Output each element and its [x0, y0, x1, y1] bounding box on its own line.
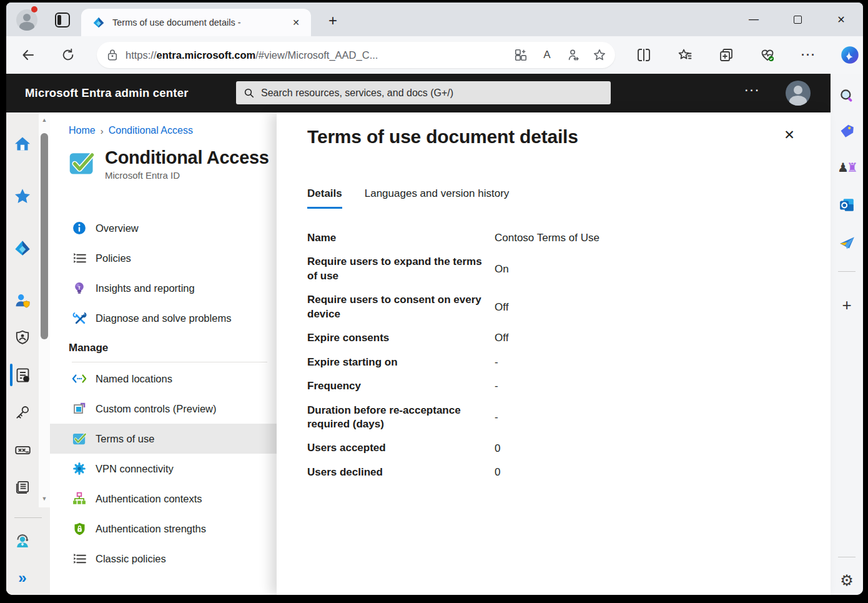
entra-id-icon[interactable]	[6, 236, 39, 261]
panel-tabs: Details Languages and version history	[307, 187, 799, 209]
field-value: -	[495, 356, 799, 369]
breadcrumb-current-link[interactable]: Conditional Access	[109, 125, 193, 136]
info-icon	[72, 221, 87, 236]
nav-item-overview[interactable]: Overview	[50, 213, 277, 243]
sidebar-settings-gear-icon[interactable]: ⚙	[831, 569, 863, 592]
search-placeholder: Search resources, services, and docs (G+…	[261, 87, 453, 99]
home-icon[interactable]	[6, 131, 39, 156]
tools-icon	[72, 311, 87, 326]
back-icon[interactable]	[17, 44, 39, 66]
url-path: /#view/Microsoft_AAD_C...	[255, 49, 378, 61]
sidebar-games-icon[interactable]: ♟♜	[831, 156, 863, 179]
sidebar-search-icon[interactable]	[831, 84, 863, 107]
new-tab-button[interactable]: +	[322, 11, 343, 30]
global-search-input[interactable]: Search resources, services, and docs (G+…	[236, 81, 611, 104]
toolbar-more-icon[interactable]: ···	[798, 44, 819, 66]
expand-rail-icon[interactable]: »	[6, 566, 39, 591]
nav-item-authentication-contexts[interactable]: Authentication contexts	[50, 484, 277, 514]
tab-layout-icon[interactable]	[55, 12, 70, 27]
entra-favicon-icon	[92, 16, 105, 29]
favorite-star-icon[interactable]	[589, 44, 610, 66]
sidebar-divider	[838, 271, 856, 272]
docs-icon[interactable]	[6, 475, 39, 500]
breadcrumb-separator-icon: ›	[101, 126, 104, 136]
panel-close-icon[interactable]: ✕	[781, 126, 798, 144]
field-row: Duration before re-acceptance required (…	[307, 404, 799, 432]
nav-item-custom-controls[interactable]: Custom controls (Preview)	[50, 394, 277, 424]
nav-item-insights[interactable]: Insights and reporting	[50, 273, 277, 303]
field-row: Require users to expand the terms of use…	[307, 255, 799, 283]
header-more-icon[interactable]: ···	[745, 85, 761, 96]
field-value: -	[495, 380, 799, 392]
support-icon[interactable]	[6, 529, 39, 554]
sidebar-shopping-icon[interactable]	[831, 119, 863, 142]
nav-item-label: Policies	[96, 252, 131, 264]
named-locations-icon	[72, 371, 87, 386]
field-row: Expire starting on -	[307, 356, 799, 369]
read-aloud-icon[interactable]: A	[536, 44, 558, 66]
tab-details[interactable]: Details	[307, 187, 342, 209]
field-value: 0	[495, 466, 799, 479]
split-screen-icon[interactable]	[633, 44, 654, 66]
conditional-access-nav: Home › Conditional Access Conditional Ac…	[50, 112, 277, 595]
nav-item-policies[interactable]: Policies	[50, 243, 277, 273]
nav-item-label: Authentication contexts	[96, 493, 202, 505]
browser-profile-avatar[interactable]	[16, 9, 37, 31]
field-row: Users accepted 0	[307, 441, 799, 455]
close-window-button[interactable]: ✕	[819, 2, 863, 36]
browser-essentials-icon[interactable]	[757, 44, 778, 66]
field-label: Duration before re-acceptance required (…	[307, 404, 485, 432]
sidebar-outlook-icon[interactable]	[831, 194, 863, 216]
panel-title: Terms of use document details	[307, 126, 799, 147]
sidebar-add-icon[interactable]: +	[831, 294, 863, 316]
favorites-hub-icon[interactable]	[674, 44, 696, 66]
refresh-icon[interactable]	[57, 44, 79, 66]
id-protection-icon[interactable]	[6, 325, 39, 350]
copilot-icon[interactable]	[839, 44, 861, 66]
browser-tab[interactable]: Terms of use document details - ✕	[81, 9, 311, 36]
tab-languages-version-history[interactable]: Languages and version history	[365, 187, 510, 209]
field-label: Users accepted	[307, 441, 485, 455]
address-bar[interactable]: https://entra.microsoft.com/#view/Micros…	[97, 42, 615, 68]
nav-item-vpn-connectivity[interactable]: VPN connectivity	[50, 454, 277, 484]
nav-item-authentication-strengths[interactable]: Authentication strengths	[50, 514, 277, 544]
nav-item-label: Named locations	[96, 373, 172, 385]
page-title: Conditional Access	[105, 147, 269, 168]
profile-switch-icon[interactable]	[563, 44, 584, 66]
lock-icon[interactable]	[107, 49, 118, 61]
scroll-up-icon[interactable]: ▲	[39, 116, 50, 124]
nav-item-label: Authentication strengths	[96, 523, 206, 535]
nav-item-terms-of-use[interactable]: Terms of use	[50, 424, 277, 454]
account-avatar[interactable]	[786, 81, 811, 106]
url-text[interactable]: https://entra.microsoft.com/#view/Micros…	[126, 49, 510, 61]
tab-close-icon[interactable]: ✕	[289, 15, 303, 30]
scroll-down-icon[interactable]: ▼	[39, 495, 50, 502]
field-value: 0	[495, 442, 799, 455]
collections-icon[interactable]	[716, 44, 737, 66]
favorites-star-icon[interactable]	[6, 184, 39, 209]
manage-divider	[72, 362, 267, 362]
conditional-access-icon[interactable]	[6, 362, 39, 387]
field-row: Expire consents Off	[307, 331, 799, 345]
nav-item-diagnose[interactable]: Diagnose and solve problems	[50, 303, 277, 333]
password-reset-icon[interactable]	[6, 437, 39, 462]
nav-item-named-locations[interactable]: Named locations	[50, 364, 277, 394]
scrollbar-thumb[interactable]	[41, 133, 48, 339]
nav-item-classic-policies[interactable]: Classic policies	[50, 544, 277, 574]
minimize-button[interactable]: —	[732, 2, 776, 36]
field-label: Name	[307, 231, 485, 245]
url-host: entra.microsoft.com	[157, 49, 256, 61]
auth-methods-key-icon[interactable]	[6, 400, 39, 425]
nav-item-label: Overview	[96, 222, 139, 234]
sidebar-drop-icon[interactable]	[831, 231, 863, 254]
apps-grid-icon[interactable]	[510, 44, 531, 66]
service-icon-rail: » ▲ ▼	[6, 112, 50, 595]
breadcrumb-home-link[interactable]: Home	[69, 125, 96, 136]
nav-scrollbar[interactable]: ▲ ▼	[39, 112, 50, 507]
list-icon	[72, 551, 87, 566]
conditional-access-page-icon	[67, 150, 96, 176]
maximize-button[interactable]	[776, 2, 819, 36]
lightbulb-icon	[72, 281, 87, 296]
field-row: Name Contoso Terms of Use	[307, 231, 799, 245]
protected-users-icon[interactable]	[6, 288, 39, 313]
